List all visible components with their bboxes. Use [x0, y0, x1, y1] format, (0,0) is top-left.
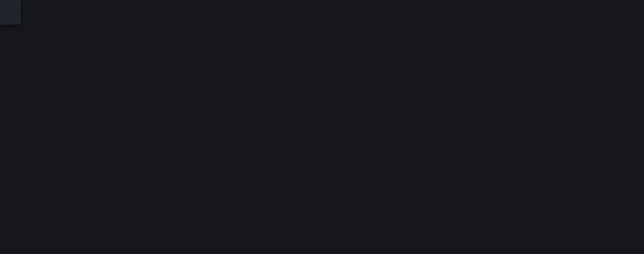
tooltip-series-row	[4, 11, 17, 16]
chart-tooltip	[0, 0, 21, 24]
time-series-plot[interactable]	[0, 0, 644, 254]
series-color-swatch-p90	[4, 13, 8, 14]
tooltip-series-row	[4, 6, 17, 11]
tooltip-series-row	[4, 16, 17, 22]
latency-chart-panel	[0, 0, 644, 254]
series-color-swatch-p95	[4, 8, 8, 9]
series-color-swatch-p50	[4, 18, 8, 20]
